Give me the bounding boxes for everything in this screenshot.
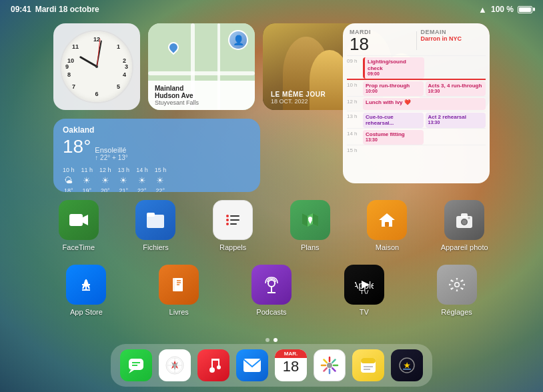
dock-mail[interactable]	[236, 349, 268, 381]
app-livres[interactable]: Livres	[152, 265, 205, 316]
reglages-icon	[437, 265, 477, 305]
page-dot-1[interactable]	[265, 338, 269, 342]
weather-icon-0: 🌤	[64, 175, 73, 185]
clock-num-6: 6	[95, 91, 98, 97]
svg-rect-7	[230, 219, 239, 221]
clock-num-9: 9	[65, 63, 69, 70]
calendar-today-col: MARDI 18	[350, 29, 412, 53]
clock-face: 12 1 2 3 4 5 6 7 8 9 10 11	[60, 30, 133, 103]
rappels-label: Rappels	[219, 243, 246, 251]
weather-range: ↑ 22° + 13°	[95, 154, 127, 161]
status-time: 09:41	[11, 5, 31, 14]
svg-rect-40	[129, 359, 143, 370]
calendar-event-act2[interactable]: Act 2 rehearsal 13:30	[426, 113, 486, 128]
maps-address-label: Mainland	[155, 85, 248, 92]
status-date: Mardi 18 octobre	[35, 5, 99, 14]
app-fichiers[interactable]: Fichiers	[129, 200, 182, 251]
svg-line-64	[324, 368, 327, 371]
dock-photos[interactable]	[314, 349, 346, 381]
maps-widget[interactable]: 👤 Mainland Hudson Ave Stuyvesant Falls	[148, 23, 255, 110]
maps-road-horizontal	[148, 71, 255, 75]
appstore-icon: A	[66, 265, 106, 305]
dock-safari[interactable]	[159, 349, 191, 381]
status-right: ▲ 100 %	[478, 5, 532, 15]
maison-label: Maison	[376, 243, 399, 251]
plans-label: Plans	[301, 243, 320, 251]
app-plans[interactable]: Plans	[284, 200, 337, 251]
calendar-event-cue[interactable]: Cue-to-cue rehearsal...	[363, 113, 424, 128]
calendar-tomorrow-event: Darron in NYC	[421, 35, 484, 42]
weather-hour-2: 12 h ☀ 20°	[99, 167, 111, 192]
dock-messages[interactable]	[120, 349, 152, 381]
maison-icon	[367, 200, 407, 240]
reglages-label: Réglages	[441, 308, 472, 316]
livres-label: Livres	[169, 308, 189, 316]
calendar-header: MARDI 18 DEMAIN Darron in NYC	[343, 23, 490, 55]
svg-point-8	[226, 223, 229, 225]
app-row-2: A App Store Livres	[40, 265, 503, 316]
facetime-icon	[59, 200, 99, 240]
svg-point-32	[268, 280, 275, 287]
svg-rect-0	[69, 214, 83, 226]
svg-point-54	[217, 365, 221, 369]
calendar-event-costume[interactable]: Costume fitting 13:30	[363, 130, 424, 145]
page-dot-2[interactable]	[274, 338, 278, 342]
clock-num-5: 5	[117, 83, 120, 90]
app-appstore[interactable]: A App Store	[59, 265, 113, 316]
photo-date: 18 OCT. 2022	[271, 98, 326, 105]
clock-num-4: 4	[123, 71, 126, 78]
dock-arcade[interactable]: ★	[391, 349, 423, 381]
dock-music[interactable]	[197, 349, 229, 381]
maps-street: Hudson Ave	[155, 92, 248, 99]
app-tv[interactable]: Apple TV TV	[338, 265, 391, 316]
widgets-row-1: 12 1 2 3 4 5 6 7 8 9 10 11 👤	[53, 23, 490, 110]
svg-point-39	[455, 283, 458, 287]
dock-notes[interactable]	[352, 349, 384, 381]
calendar-event-lighting[interactable]: Lighting/sound check 09:00	[363, 57, 424, 79]
app-reglages[interactable]: Réglages	[430, 265, 484, 316]
clock-num-10: 10	[67, 57, 74, 64]
app-row-1: FaceTime Fichiers	[40, 200, 503, 251]
svg-text:★: ★	[404, 361, 411, 369]
weather-temp-row: 18° Ensoleillé ↑ 22° + 13°	[63, 136, 251, 161]
svg-rect-9	[230, 223, 237, 225]
app-rappels[interactable]: Rappels	[206, 200, 259, 251]
dock-calendar[interactable]: MAR. 18	[275, 349, 307, 381]
maps-info: Mainland Hudson Ave Stuyvesant Falls	[148, 81, 255, 110]
livres-icon	[159, 265, 199, 305]
fichiers-icon	[135, 200, 175, 240]
plans-icon	[290, 200, 330, 240]
calendar-event-lunch[interactable]: Lunch with Ivy ❤️	[363, 98, 486, 110]
podcasts-icon	[251, 265, 292, 305]
weather-temp-1: 19°	[82, 187, 91, 192]
weather-temp: 18°	[63, 136, 91, 157]
photo-title: LE MÊME JOUR	[271, 91, 326, 98]
podcasts-label: Podcasts	[256, 308, 286, 316]
svg-line-62	[332, 368, 335, 371]
calendar-event-prop[interactable]: Prop run-through 10:00	[363, 81, 424, 96]
calendar-event-acts[interactable]: Acts 3, 4 run-through 10:30	[426, 81, 486, 96]
weather-time-1: 11 h	[81, 167, 93, 173]
fichiers-label: Fichiers	[143, 243, 169, 251]
weather-hour-1: 11 h ☀ 19°	[81, 167, 93, 192]
svg-rect-19	[461, 213, 468, 217]
status-bar: 09:41 Mardi 18 octobre ▲ 100 %	[0, 0, 543, 19]
weather-widget[interactable]: Oakland 18° Ensoleillé ↑ 22° + 13° 10 h …	[53, 119, 260, 192]
widgets-row-2: Oakland 18° Ensoleillé ↑ 22° + 13° 10 h …	[53, 119, 260, 192]
weather-temp-2: 20°	[101, 187, 110, 192]
clock-num-8: 8	[67, 71, 71, 78]
weather-icon-5: ☀	[156, 175, 164, 185]
weather-description: Ensoleillé	[95, 146, 127, 154]
clock-widget[interactable]: 12 1 2 3 4 5 6 7 8 9 10 11	[53, 23, 140, 110]
calendar-row-12: 12 h Lunch with Ivy ❤️	[347, 96, 486, 111]
calendar-widget[interactable]: MARDI 18 DEMAIN Darron in NYC 09 h Light…	[343, 23, 490, 183]
app-podcasts[interactable]: Podcasts	[245, 265, 298, 316]
weather-hours: 10 h 🌤 18° 11 h ☀ 19° 12 h ☀ 20° 13 h ☀ …	[63, 167, 251, 192]
app-maison[interactable]: Maison	[360, 200, 414, 251]
clock-num-3: 3	[125, 63, 128, 70]
svg-point-22	[468, 217, 470, 219]
app-camera[interactable]: Appareil photo	[438, 200, 491, 251]
svg-line-61	[324, 360, 327, 363]
app-facetime[interactable]: FaceTime	[52, 200, 105, 251]
svg-rect-71	[403, 369, 411, 370]
